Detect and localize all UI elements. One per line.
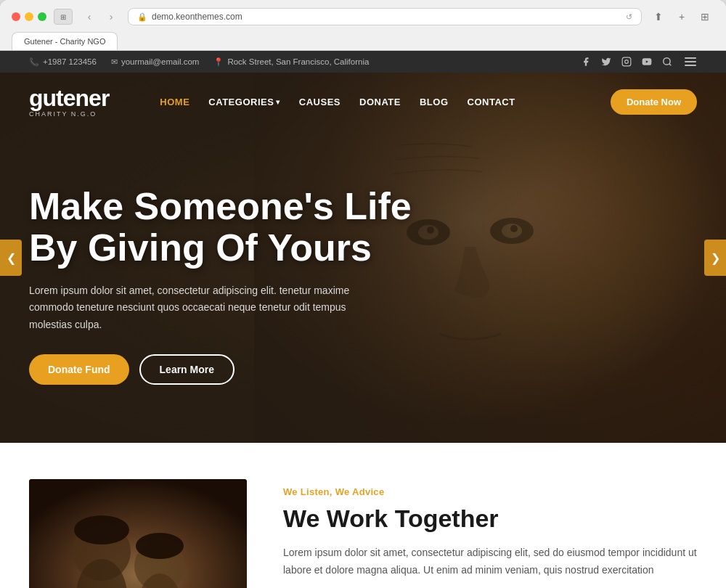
- hero-title: Make Someone's Life By Giving Of Yours: [29, 186, 436, 269]
- slider-prev-button[interactable]: ❮: [0, 240, 22, 276]
- below-fold-section: We Listen, We Advice We Work Together Lo…: [0, 443, 726, 588]
- nav-donate[interactable]: DONATE: [352, 92, 408, 112]
- hero-content: Make Someone's Life By Giving Of Yours L…: [29, 186, 436, 385]
- social-icons: [579, 55, 697, 68]
- url-text: demo.keonthemes.com: [152, 12, 242, 22]
- email-item: ✉ yourmail@email.com: [111, 57, 200, 67]
- new-tab-button[interactable]: +: [672, 7, 691, 26]
- refresh-icon[interactable]: ↺: [626, 12, 632, 22]
- nav-contact[interactable]: CONTACT: [460, 92, 523, 112]
- hero-buttons: Donate Fund Learn More: [29, 354, 436, 385]
- hero-description: Lorem ipsum dolor sit amet, consectetur …: [29, 282, 385, 334]
- svg-rect-7: [685, 61, 696, 62]
- below-title: We Work Together: [283, 505, 697, 533]
- address-text: Rock Street, San Francisco, California: [227, 57, 369, 66]
- instagram-icon[interactable]: [620, 55, 633, 68]
- below-fold-image: [29, 479, 247, 588]
- donate-fund-button[interactable]: Donate Fund: [29, 354, 129, 385]
- donate-now-button[interactable]: Donate Now: [611, 89, 697, 115]
- browser-window: ⊞ ‹ › 🔒 demo.keonthemes.com ↺ ⬆ + ⊞ Gute…: [0, 0, 726, 588]
- close-button[interactable]: [12, 12, 20, 21]
- children-image: [29, 479, 247, 588]
- twitter-icon[interactable]: [600, 55, 613, 68]
- svg-point-22: [136, 533, 184, 559]
- facebook-icon[interactable]: [579, 55, 592, 68]
- traffic-lights: [12, 12, 46, 21]
- browser-chrome: ⊞ ‹ › 🔒 demo.keonthemes.com ↺ ⬆ + ⊞ Gute…: [0, 0, 726, 51]
- svg-point-1: [625, 60, 629, 64]
- below-subtitle: We Listen, We Advice: [283, 486, 697, 497]
- address-bar[interactable]: 🔒 demo.keonthemes.com ↺: [128, 8, 642, 25]
- svg-point-4: [664, 58, 670, 65]
- email-address: yourmail@email.com: [121, 57, 200, 66]
- grid-icon[interactable]: ⊞: [54, 9, 73, 25]
- phone-number: +1987 123456: [43, 57, 97, 66]
- search-icon[interactable]: [661, 55, 674, 68]
- website-content: 📞 +1987 123456 ✉ yourmail@email.com 📍 Ro…: [0, 51, 726, 588]
- topbar-left: 📞 +1987 123456 ✉ yourmail@email.com 📍 Ro…: [29, 57, 369, 67]
- active-tab[interactable]: Gutener - Charity NGO: [12, 32, 118, 50]
- share-button[interactable]: ⬆: [649, 7, 668, 26]
- logo-tagline: CHARITY N.G.O: [29, 110, 109, 118]
- phone-item: 📞 +1987 123456: [29, 57, 97, 67]
- minimize-button[interactable]: [25, 12, 33, 21]
- svg-point-2: [629, 60, 629, 60]
- svg-point-21: [74, 515, 129, 544]
- slider-next-button[interactable]: ❯: [704, 240, 726, 276]
- extensions-button[interactable]: ⊞: [696, 7, 714, 26]
- hero-section: gutener CHARITY N.G.O HOME CATEGORIES ▾ …: [0, 73, 726, 443]
- back-button[interactable]: ‹: [80, 7, 99, 26]
- logo-text[interactable]: gutener: [29, 86, 109, 110]
- logo-area: gutener CHARITY N.G.O: [29, 86, 109, 118]
- nav-links: HOME CATEGORIES ▾ CAUSES DONATE BLOG CON…: [152, 92, 603, 112]
- location-icon: 📍: [213, 57, 224, 67]
- below-fold-text: We Listen, We Advice We Work Together Lo…: [283, 479, 697, 579]
- categories-dropdown-arrow: ▾: [276, 98, 280, 106]
- nav-home[interactable]: HOME: [152, 92, 197, 112]
- nav-blog[interactable]: BLOG: [412, 92, 456, 112]
- svg-rect-0: [622, 57, 631, 66]
- nav-causes[interactable]: CAUSES: [292, 92, 348, 112]
- navbar: gutener CHARITY N.G.O HOME CATEGORIES ▾ …: [0, 73, 726, 131]
- svg-rect-6: [685, 57, 696, 59]
- hamburger-menu-icon[interactable]: [684, 55, 697, 68]
- maximize-button[interactable]: [38, 12, 46, 21]
- youtube-icon[interactable]: [640, 55, 653, 68]
- svg-line-5: [669, 64, 672, 66]
- email-icon: ✉: [111, 57, 118, 67]
- phone-icon: 📞: [29, 57, 39, 67]
- lock-icon: 🔒: [137, 12, 147, 22]
- svg-rect-8: [685, 65, 696, 66]
- tab-bar: Gutener - Charity NGO: [12, 32, 714, 50]
- topbar: 📞 +1987 123456 ✉ yourmail@email.com 📍 Ro…: [0, 51, 726, 73]
- below-description: Lorem ipsum dolor sit amet, consectetur …: [283, 544, 697, 579]
- forward-button[interactable]: ›: [102, 7, 121, 26]
- address-item: 📍 Rock Street, San Francisco, California: [213, 57, 369, 67]
- nav-categories[interactable]: CATEGORIES ▾: [201, 92, 287, 112]
- learn-more-button[interactable]: Learn More: [139, 354, 234, 385]
